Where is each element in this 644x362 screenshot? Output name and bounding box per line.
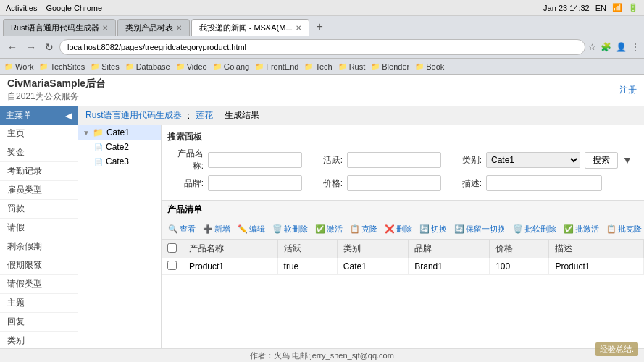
- activities-label[interactable]: Activities: [6, 4, 37, 12]
- batch-activate-icon: ✅: [564, 224, 574, 234]
- sidebar-item-attendance[interactable]: 考勤记录: [0, 162, 78, 181]
- keep-toggle-button[interactable]: 🔄 保留一切换: [452, 222, 508, 236]
- table-row[interactable]: Product1 true Cate1 Brand1 100 Product1: [162, 258, 644, 275]
- bookmark-sites[interactable]: 📁 Sites: [91, 62, 119, 71]
- bookmark-star-icon[interactable]: ☆: [588, 42, 596, 52]
- bookmark-database[interactable]: 📁 Database: [125, 62, 170, 71]
- bookmark-techsites[interactable]: 📁 TechSites: [39, 62, 85, 71]
- sidebar-item-reply[interactable]: 回复: [0, 313, 78, 332]
- col-name: 产品名称: [183, 240, 278, 258]
- tab-0-label: Rust语言通用代码生成器: [11, 22, 99, 33]
- tab-1-label: 类别产品树表: [125, 22, 173, 33]
- footer-text: 作者：火鸟 电邮:jerry_shen_sjf@qq.com: [250, 351, 394, 360]
- soft-delete-button[interactable]: 🗑️ 软删除: [270, 222, 310, 236]
- bookmark-book[interactable]: 📁 Book: [415, 62, 444, 71]
- activate-icon: ✅: [315, 224, 325, 234]
- action-toolbar: 🔍 查看 ➕ 新增 ✏️ 编辑 🗑️ 软删除: [162, 219, 644, 240]
- app-footer: 作者：火鸟 电邮:jerry_shen_sjf@qq.com: [0, 348, 644, 362]
- tree-node-cate2[interactable]: 📄 Cate2: [78, 140, 161, 154]
- sidebar-item-leave[interactable]: 请假: [0, 219, 78, 237]
- batch-activate-button[interactable]: ✅ 批激活: [561, 222, 601, 236]
- sidebar-item-leavelimit[interactable]: 假期限额: [0, 256, 78, 275]
- search-input-brand[interactable]: [208, 175, 302, 191]
- tab-2[interactable]: 我投递的新闻 - MS&A(M... ✕: [191, 19, 309, 36]
- bookmark-tech[interactable]: 📁 Tech: [304, 62, 332, 71]
- bookmark-database-label: Database: [136, 62, 170, 71]
- new-tab-button[interactable]: +: [311, 17, 329, 36]
- add-button[interactable]: ➕ 新增: [201, 222, 233, 236]
- back-button[interactable]: ←: [4, 40, 20, 54]
- menu-icon[interactable]: ⋮: [631, 42, 640, 52]
- tab-2-close[interactable]: ✕: [296, 24, 301, 32]
- search-select-category[interactable]: Cate1 Cate2 Cate3: [486, 152, 580, 168]
- breadcrumb-codegen[interactable]: Rust语言通用代码生成器: [85, 109, 182, 122]
- address-bar[interactable]: [59, 39, 585, 55]
- clone-button[interactable]: 📋 克隆: [348, 222, 380, 236]
- sidebar-item-bonus[interactable]: 奖金: [0, 143, 78, 162]
- app-title: CivMariaSample后台: [7, 77, 106, 90]
- add-icon: ➕: [203, 224, 213, 234]
- main-layout: 主菜单 ◀ 主页 奖金 考勤记录 雇员类型 罚款 请假 剩余假期 假期限额 请假…: [0, 106, 644, 348]
- profile-icon[interactable]: 👤: [616, 42, 627, 52]
- sidebar-item-leavetype[interactable]: 请假类型: [0, 275, 78, 294]
- edit-button[interactable]: ✏️ 编辑: [235, 222, 267, 236]
- address-row: ← → ↻ ☆ 🧩 👤 ⋮: [0, 36, 644, 58]
- search-expand-button[interactable]: ▼: [622, 154, 632, 166]
- select-all-checkbox[interactable]: [167, 243, 177, 253]
- row-checkbox[interactable]: [162, 258, 183, 275]
- bookmark-frontend[interactable]: 📁 FrontEnd: [255, 62, 298, 71]
- search-input-price[interactable]: [347, 175, 441, 191]
- browser-label: Google Chrome: [46, 4, 102, 12]
- sidebar-header[interactable]: 主菜单 ◀: [0, 106, 78, 125]
- sidebar-item-theme[interactable]: 主题: [0, 294, 78, 313]
- bookmark-blender-label: Blender: [382, 62, 409, 71]
- product-list-title: 产品清单: [162, 201, 644, 219]
- tree-node-cate1[interactable]: ▼ 📁 Cate1: [78, 125, 161, 140]
- tab-1-close[interactable]: ✕: [176, 24, 182, 32]
- tab-1[interactable]: 类别产品树表 ✕: [117, 19, 190, 36]
- tree-node-cate3[interactable]: 📄 Cate3: [78, 154, 161, 169]
- search-input-name[interactable]: [208, 152, 302, 168]
- row-select-checkbox[interactable]: [167, 261, 177, 270]
- batch-soft-delete-button[interactable]: 🗑️ 批软删除: [511, 222, 559, 236]
- activate-button[interactable]: ✅ 激活: [313, 222, 345, 236]
- view-button[interactable]: 🔍 查看: [166, 222, 198, 236]
- toggle-button[interactable]: 🔄 切换: [417, 222, 449, 236]
- search-row-2: 品牌: 价格: 描述:: [167, 175, 638, 191]
- tab-0[interactable]: Rust语言通用代码生成器 ✕: [3, 19, 116, 36]
- sidebar-item-fine[interactable]: 罚款: [0, 200, 78, 219]
- breadcrumb-lianhua[interactable]: 莲花: [196, 109, 213, 122]
- batch-clone-button[interactable]: 📋 批克隆: [604, 222, 644, 236]
- search-label-active: 活跃:: [306, 154, 343, 167]
- search-label-price: 价格:: [306, 177, 343, 190]
- sidebar-item-category[interactable]: 类别: [0, 332, 78, 348]
- sidebar-item-home[interactable]: 主页: [0, 125, 78, 143]
- tab-0-close[interactable]: ✕: [102, 24, 108, 32]
- forward-button[interactable]: →: [23, 40, 39, 54]
- bookmark-golang[interactable]: 📁 Golang: [213, 62, 249, 71]
- table-header-row: 产品名称 活跃 类别 品牌 价格 描述: [162, 240, 644, 258]
- sidebar: 主菜单 ◀ 主页 奖金 考勤记录 雇员类型 罚款 请假 剩余假期 假期限额 请假…: [0, 106, 78, 348]
- sidebar-item-emptype[interactable]: 雇员类型: [0, 181, 78, 200]
- delete-button[interactable]: ❌ 删除: [382, 222, 414, 236]
- bookmark-blender[interactable]: 📁 Blender: [371, 62, 409, 71]
- search-input-desc[interactable]: [486, 175, 602, 191]
- sidebar-collapse-icon[interactable]: ◀: [65, 111, 72, 121]
- bookmark-work[interactable]: 📁 Work: [4, 62, 33, 71]
- batch-soft-delete-icon: 🗑️: [513, 224, 523, 234]
- bookmark-rust-icon: 📁: [338, 62, 347, 70]
- sidebar-item-remaining[interactable]: 剩余假期: [0, 237, 78, 256]
- register-button[interactable]: 注册: [619, 84, 637, 96]
- search-button[interactable]: 搜索: [585, 152, 618, 169]
- col-active: 活跃: [277, 240, 337, 258]
- bookmark-rust[interactable]: 📁 Rust: [338, 62, 366, 71]
- sidebar-title: 主菜单: [6, 109, 32, 122]
- col-category: 类别: [337, 240, 408, 258]
- bookmark-book-label: Book: [426, 62, 444, 71]
- bookmark-video[interactable]: 📁 Video: [176, 62, 207, 71]
- search-input-active[interactable]: [347, 152, 441, 168]
- reload-button[interactable]: ↻: [42, 40, 57, 54]
- delete-icon: ❌: [385, 224, 395, 234]
- extension-icon[interactable]: 🧩: [601, 42, 611, 52]
- grid-panel: 搜索面板 产品名称: 活跃: 类别: Cate1 Cate2 Cate3: [162, 125, 644, 348]
